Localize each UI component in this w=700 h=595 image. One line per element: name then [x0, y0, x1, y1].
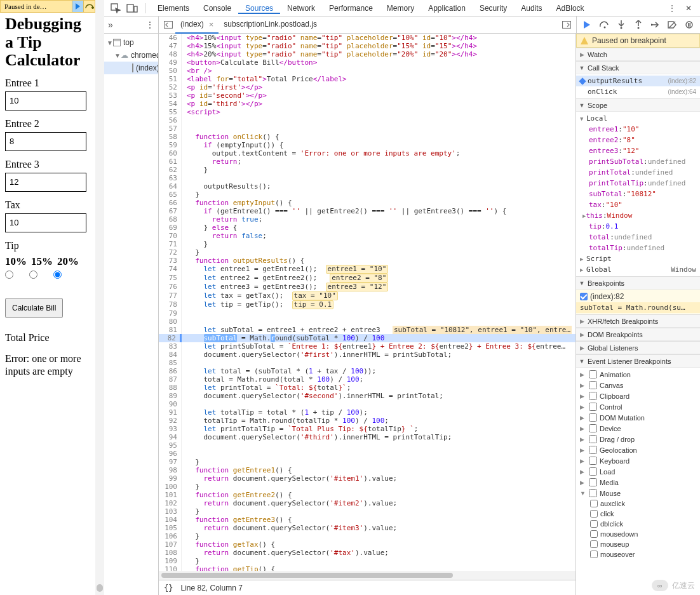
- code-line[interactable]: 48<h4>20%<input type="radio" name="tip" …: [159, 50, 575, 58]
- event-group-checkbox[interactable]: [589, 413, 597, 422]
- gutter-line-number[interactable]: 55: [159, 108, 182, 116]
- event-group[interactable]: ▶Control: [576, 401, 700, 412]
- page-scrollbar[interactable]: [95, 0, 104, 595]
- scope-variable[interactable]: entree3: "12": [576, 145, 700, 156]
- code-line[interactable]: 83 let printSubTotal = `Entree 1: ${entr…: [159, 342, 575, 351]
- devtools-tab-sources[interactable]: Sources: [238, 4, 280, 14]
- file-navigator[interactable]: ▼top ▼☁chromedev… (index): [104, 34, 159, 595]
- gutter-line-number[interactable]: 53: [159, 91, 182, 100]
- gutter-line-number[interactable]: 65: [159, 191, 182, 199]
- event-item-checkbox[interactable]: [590, 510, 598, 518]
- code-line[interactable]: 90: [159, 400, 575, 408]
- scope-script[interactable]: ▶Script: [576, 253, 700, 264]
- event-item[interactable]: dblclick: [576, 519, 700, 529]
- code-line[interactable]: 105 return document.querySelector('#item…: [159, 524, 575, 532]
- gutter-line-number[interactable]: 54: [159, 100, 182, 108]
- code-line[interactable]: 46<h4>10%<input type="radio" name="tip" …: [159, 34, 575, 42]
- callstack-frame[interactable]: onClick(index):64: [576, 86, 700, 97]
- gutter-line-number[interactable]: 52: [159, 83, 182, 91]
- code-line[interactable]: 106 }: [159, 532, 575, 540]
- devtools-tab-adblock[interactable]: AdBlock: [549, 4, 591, 13]
- event-item-checkbox[interactable]: [590, 530, 598, 538]
- code-line[interactable]: 94 document.querySelector('#third').inne…: [159, 433, 575, 441]
- code-line[interactable]: 55<script>: [159, 108, 575, 116]
- deactivate-breakpoints-icon[interactable]: [666, 18, 678, 31]
- devtools-tab-security[interactable]: Security: [473, 4, 514, 13]
- gutter-line-number[interactable]: 93: [159, 425, 182, 433]
- gutter-line-number[interactable]: 89: [159, 392, 182, 400]
- event-item[interactable]: mousedown: [576, 529, 700, 539]
- gutter-line-number[interactable]: 48: [159, 50, 182, 58]
- code-line[interactable]: 100 }: [159, 483, 575, 491]
- code-line[interactable]: 88 let printTotal = `Total: ${total}`;: [159, 384, 575, 392]
- event-item-checkbox[interactable]: [590, 551, 598, 558]
- code-line[interactable]: 81 let subTotal = entree1 + entree2 + en…: [159, 326, 575, 334]
- tip-10-radio[interactable]: [5, 271, 13, 279]
- code-line[interactable]: 87 total = Math.round(total * 100) / 100…: [159, 375, 575, 384]
- gutter-line-number[interactable]: 78: [159, 300, 182, 309]
- event-item[interactable]: mouseover: [576, 549, 700, 559]
- event-item-checkbox[interactable]: [590, 500, 598, 507]
- event-group-checkbox[interactable]: [589, 424, 597, 432]
- section-dom-breakpoints[interactable]: ▶DOM Breakpoints: [576, 328, 700, 341]
- gutter-line-number[interactable]: 63: [159, 174, 182, 182]
- event-group[interactable]: ▶Animation: [576, 369, 700, 380]
- editor-tab[interactable]: subscriptionLink.postload.js: [219, 17, 322, 34]
- gutter-line-number[interactable]: 109: [159, 557, 182, 565]
- code-line[interactable]: 73 function outputResults() {: [159, 257, 575, 265]
- step-icon[interactable]: [649, 18, 662, 31]
- event-group[interactable]: ▶Keyboard: [576, 455, 700, 466]
- devtools-tab-audits[interactable]: Audits: [514, 4, 549, 13]
- code-line[interactable]: 66 function emptyInput() {: [159, 199, 575, 207]
- gutter-line-number[interactable]: 74: [159, 265, 182, 274]
- scope-variable[interactable]: totalTip: undefined: [576, 243, 700, 253]
- gutter-line-number[interactable]: 77: [159, 291, 182, 300]
- gutter-line-number[interactable]: 79: [159, 309, 182, 318]
- h-scroll-thumb[interactable]: [161, 573, 453, 578]
- event-group-checkbox[interactable]: [589, 392, 597, 400]
- event-item[interactable]: auxclick: [576, 498, 700, 509]
- tip-15-radio[interactable]: [29, 271, 37, 279]
- gutter-line-number[interactable]: 72: [159, 248, 182, 257]
- gutter-line-number[interactable]: 103: [159, 507, 182, 516]
- show-navigator-icon[interactable]: [161, 18, 175, 32]
- code-line[interactable]: 108 return document.querySelector('#tax'…: [159, 549, 575, 557]
- code-h-scrollbar[interactable]: [159, 571, 575, 580]
- gutter-line-number[interactable]: 67: [159, 207, 182, 215]
- code-line[interactable]: 64 outputResults();: [159, 182, 575, 191]
- code-line[interactable]: 89 document.querySelector('#second').inn…: [159, 392, 575, 400]
- step-out-icon[interactable]: [632, 18, 645, 31]
- gutter-line-number[interactable]: 97: [159, 458, 182, 466]
- code-line[interactable]: 85: [159, 359, 575, 367]
- event-item[interactable]: mouseup: [576, 539, 700, 549]
- code-line[interactable]: 52<p id='first'></p>: [159, 83, 575, 91]
- pretty-print-icon[interactable]: {}: [164, 584, 173, 592]
- gutter-line-number[interactable]: 95: [159, 441, 182, 450]
- event-group-checkbox[interactable]: [589, 457, 597, 465]
- breakpoint-entry[interactable]: (index):82 subTotal = Math.round(su…: [576, 290, 700, 314]
- gutter-line-number[interactable]: 68: [159, 215, 182, 224]
- gutter-line-number[interactable]: 85: [159, 359, 182, 367]
- devtools-tab-application[interactable]: Application: [421, 4, 473, 13]
- event-group[interactable]: ▶Drag / drop: [576, 434, 700, 445]
- gutter-line-number[interactable]: 106: [159, 532, 182, 540]
- devtools-tab-elements[interactable]: Elements: [151, 4, 196, 13]
- breakpoint-checkbox[interactable]: [580, 293, 588, 300]
- section-callstack[interactable]: ▼Call Stack: [576, 61, 700, 74]
- gutter-line-number[interactable]: 59: [159, 141, 182, 149]
- gutter-line-number[interactable]: 110: [159, 565, 182, 571]
- gutter-line-number[interactable]: 98: [159, 466, 182, 474]
- code-line[interactable]: 80: [159, 318, 575, 326]
- code-line[interactable]: 101 function getEntree2() {: [159, 491, 575, 499]
- gutter-line-number[interactable]: 57: [159, 124, 182, 133]
- step-over-icon[interactable]: [598, 18, 611, 31]
- scope-variable[interactable]: printTotal: undefined: [576, 167, 700, 178]
- event-group-checkbox[interactable]: [589, 478, 597, 486]
- editor-tab[interactable]: (index)×: [175, 17, 219, 34]
- nav-file-index[interactable]: (index): [104, 62, 158, 74]
- code-line[interactable]: 79: [159, 309, 575, 318]
- scope-variable[interactable]: printSubTotal: undefined: [576, 156, 700, 167]
- gutter-line-number[interactable]: 96: [159, 450, 182, 458]
- code-line[interactable]: 84 document.querySelector('#first').inne…: [159, 351, 575, 359]
- navigator-menu-icon[interactable]: ⋮: [145, 20, 154, 30]
